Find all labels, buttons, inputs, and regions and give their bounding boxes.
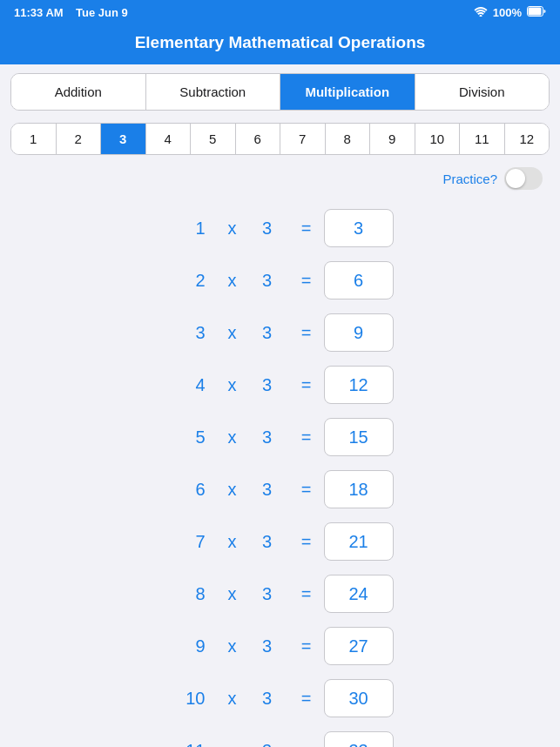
tab-multiplication[interactable]: Multiplication — [280, 74, 415, 110]
status-time: 11:33 AM — [14, 6, 64, 19]
num-btn-1[interactable]: 1 — [11, 124, 57, 154]
num-btn-9[interactable]: 9 — [370, 124, 415, 154]
eq-operand1-6: 6 — [167, 480, 219, 500]
num-btn-12[interactable]: 12 — [505, 124, 550, 154]
eq-equals-9: = — [289, 636, 324, 656]
num-btn-4[interactable]: 4 — [146, 124, 192, 154]
eq-operand2-9: 3 — [246, 636, 289, 656]
status-time-date: 11:33 AM Tue Jun 9 — [14, 6, 128, 19]
svg-rect-2 — [529, 7, 542, 15]
eq-operator-4: x — [219, 375, 246, 395]
eq-operand2-10: 3 — [246, 689, 289, 709]
eq-operator-11: x — [219, 741, 246, 748]
equation-row: 3 x 3 = 9 — [35, 306, 525, 359]
eq-operand1-10: 10 — [167, 689, 219, 709]
eq-equals-11: = — [289, 741, 324, 748]
toggle-knob — [506, 169, 525, 188]
num-btn-11[interactable]: 11 — [460, 124, 505, 154]
practice-toggle[interactable] — [504, 167, 543, 190]
eq-operand2-8: 3 — [246, 584, 289, 604]
equation-row: 9 x 3 = 27 — [35, 620, 525, 672]
eq-equals-10: = — [289, 689, 324, 709]
battery-percent: 100% — [493, 6, 522, 19]
eq-equals-3: = — [289, 323, 324, 343]
eq-operand1-2: 2 — [167, 271, 219, 291]
eq-result-6[interactable]: 18 — [324, 470, 394, 508]
number-selector: 123456789101112 — [10, 123, 550, 155]
equations-container: 1 x 3 = 3 2 x 3 = 6 3 x 3 = 9 4 x 3 = 12… — [0, 193, 560, 747]
eq-result-7[interactable]: 21 — [324, 522, 394, 561]
eq-operator-10: x — [219, 689, 246, 709]
eq-operand1-7: 7 — [167, 532, 219, 552]
equation-row: 2 x 3 = 6 — [35, 254, 525, 306]
practice-label: Practice? — [442, 172, 497, 186]
eq-operator-6: x — [219, 480, 246, 500]
eq-result-10[interactable]: 30 — [324, 679, 394, 717]
eq-operator-9: x — [219, 636, 246, 656]
operation-tabs: Addition Subtraction Multiplication Divi… — [10, 73, 550, 111]
num-btn-5[interactable]: 5 — [191, 124, 236, 154]
eq-equals-7: = — [289, 532, 324, 552]
num-btn-8[interactable]: 8 — [326, 124, 371, 154]
equation-row: 10 x 3 = 30 — [35, 672, 525, 724]
eq-operand2-1: 3 — [246, 219, 289, 239]
eq-result-3[interactable]: 9 — [324, 313, 394, 352]
eq-equals-4: = — [289, 375, 324, 395]
eq-operand2-3: 3 — [246, 323, 289, 343]
status-right: 100% — [474, 6, 546, 19]
eq-operand1-5: 5 — [167, 427, 219, 448]
eq-operand2-6: 3 — [246, 480, 289, 500]
equation-row: 5 x 3 = 15 — [35, 411, 525, 463]
svg-point-0 — [479, 15, 482, 17]
tab-subtraction[interactable]: Subtraction — [146, 74, 281, 110]
num-btn-6[interactable]: 6 — [236, 124, 281, 154]
eq-operator-2: x — [219, 271, 246, 291]
number-selector-container: 123456789101112 — [0, 119, 560, 162]
app-header: Elementary Mathematical Operations — [0, 24, 560, 64]
equation-row: 4 x 3 = 12 — [35, 359, 525, 411]
eq-operand2-11: 3 — [246, 741, 289, 748]
num-btn-10[interactable]: 10 — [415, 124, 461, 154]
eq-result-1[interactable]: 3 — [324, 209, 394, 247]
eq-operator-3: x — [219, 323, 246, 343]
wifi-icon — [474, 6, 488, 19]
eq-operand2-5: 3 — [246, 427, 289, 448]
eq-result-11[interactable]: 33 — [324, 731, 394, 747]
tab-addition[interactable]: Addition — [11, 74, 146, 110]
eq-operand1-9: 9 — [167, 636, 219, 656]
equation-row: 6 x 3 = 18 — [35, 463, 525, 515]
equation-row: 11 x 3 = 33 — [35, 724, 525, 747]
eq-operand1-4: 4 — [167, 375, 219, 395]
eq-equals-6: = — [289, 480, 324, 500]
eq-operator-5: x — [219, 427, 246, 448]
eq-equals-1: = — [289, 219, 324, 239]
equation-row: 8 x 3 = 24 — [35, 568, 525, 620]
num-btn-2[interactable]: 2 — [57, 124, 102, 154]
eq-operator-8: x — [219, 584, 246, 604]
eq-result-2[interactable]: 6 — [324, 261, 394, 299]
eq-operand2-4: 3 — [246, 375, 289, 395]
operation-tabs-container: Addition Subtraction Multiplication Divi… — [0, 64, 560, 119]
eq-operand1-3: 3 — [167, 323, 219, 343]
eq-operand2-7: 3 — [246, 532, 289, 552]
battery-icon — [527, 6, 546, 19]
tab-division[interactable]: Division — [415, 74, 550, 110]
practice-row: Practice? — [0, 162, 560, 193]
app-title: Elementary Mathematical Operations — [14, 33, 546, 52]
eq-result-4[interactable]: 12 — [324, 366, 394, 404]
equation-row: 7 x 3 = 21 — [35, 515, 525, 568]
eq-operator-7: x — [219, 532, 246, 552]
eq-operand2-2: 3 — [246, 271, 289, 291]
status-bar: 11:33 AM Tue Jun 9 100% — [0, 0, 560, 24]
eq-result-9[interactable]: 27 — [324, 627, 394, 665]
eq-result-5[interactable]: 15 — [324, 418, 394, 456]
eq-equals-2: = — [289, 271, 324, 291]
num-btn-3[interactable]: 3 — [101, 124, 146, 154]
eq-result-8[interactable]: 24 — [324, 575, 394, 613]
eq-operand1-1: 1 — [167, 219, 219, 239]
eq-operator-1: x — [219, 219, 246, 239]
eq-equals-8: = — [289, 584, 324, 604]
equation-row: 1 x 3 = 3 — [35, 202, 525, 254]
eq-equals-5: = — [289, 427, 324, 448]
num-btn-7[interactable]: 7 — [280, 124, 326, 154]
